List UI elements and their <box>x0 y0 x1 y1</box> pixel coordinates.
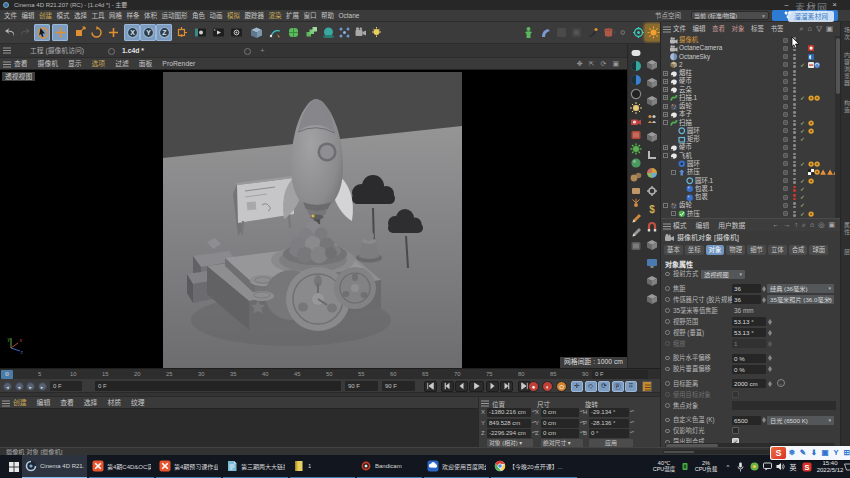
tab-基本[interactable]: 基本 <box>664 245 683 255</box>
stepper-icon[interactable] <box>762 284 766 293</box>
stepper-icon[interactable] <box>768 339 772 348</box>
strip-mode-cube[interactable] <box>645 58 659 72</box>
menu-运动图形[interactable]: 运动图形 <box>162 10 188 22</box>
back-icon[interactable]: ← <box>773 220 780 230</box>
collapse-icon[interactable]: - <box>663 203 668 208</box>
attribute-number-field[interactable]: 6500 <box>732 416 761 425</box>
filter-icon[interactable]: ▽ <box>816 24 822 34</box>
visibility-dots[interactable] <box>793 120 796 127</box>
enabled-check[interactable]: ✓ <box>800 135 805 143</box>
strip-mode-screen-blue[interactable] <box>645 256 659 270</box>
visibility-dots[interactable] <box>793 70 796 77</box>
toolbar-move[interactable] <box>52 24 68 41</box>
minimize-button[interactable]: – <box>782 0 791 9</box>
menu-模式[interactable]: 模式 <box>57 10 70 22</box>
material-menu-纹理[interactable]: 纹理 <box>131 397 145 408</box>
animation-dot-icon[interactable] <box>665 341 670 346</box>
tab-球面[interactable]: 球面 <box>809 245 828 255</box>
tab-立体[interactable]: 立体 <box>768 245 787 255</box>
stepper-icon[interactable] <box>762 416 766 425</box>
visibility-dots[interactable] <box>793 54 796 61</box>
strip-mode-magnet[interactable] <box>645 220 659 234</box>
taskbar-button-Bandicam[interactable]: Bandicam <box>357 455 422 478</box>
attribute-checkbox[interactable] <box>732 427 739 434</box>
coords-apply-button[interactable]: 应用 <box>589 439 633 447</box>
strip-octane-render-target[interactable] <box>629 129 642 142</box>
transport-range-end[interactable]: 90 F <box>382 381 415 391</box>
strip-octane-area-light[interactable] <box>629 184 642 197</box>
animation-dot-icon[interactable] <box>665 272 670 277</box>
sogou-download-icon[interactable]: ⬇ <box>809 448 819 458</box>
coords-field-rot-H[interactable]: -29.134 ° <box>589 408 629 417</box>
attribute-checkbox[interactable] <box>732 391 739 398</box>
attribute-number-field[interactable]: 36 <box>732 284 761 293</box>
phong-tag[interactable] <box>808 211 814 217</box>
toolbar-primitive-cube[interactable] <box>248 24 264 41</box>
enabled-check[interactable]: ✓ <box>800 94 805 102</box>
layer-checkbox[interactable] <box>783 120 788 125</box>
coords-field-pos-Z[interactable]: -2296.294 cm <box>487 429 531 438</box>
stepper-icon[interactable]: ▴▾ <box>630 420 633 427</box>
burger-icon[interactable] <box>3 61 11 68</box>
layer-checkbox[interactable] <box>783 71 788 76</box>
transport-autokeying[interactable]: ◐ <box>542 381 553 392</box>
toolbar-live-selection[interactable] <box>34 24 50 41</box>
object-row-OctaneCamera[interactable]: OctaneCamera <box>661 44 842 52</box>
toolbar-octane-plugin[interactable] <box>630 24 646 41</box>
object-row-硬币[interactable]: +硬币 <box>661 143 842 151</box>
enabled-check[interactable]: ✓ <box>800 119 805 127</box>
object-row-扫描.1[interactable]: +扫描.1✓ <box>661 94 842 102</box>
transport-keyframe-selection[interactable]: O <box>556 381 567 392</box>
taskbar-button-第三期两大大链接 ...[interactable]: 第三期两大大链接 ... <box>223 455 288 478</box>
expand-icon[interactable]: + <box>663 104 668 109</box>
tab-细节[interactable]: 细节 <box>747 245 766 255</box>
object-row-圆环[interactable]: 圆环✓ <box>661 160 842 168</box>
toolbar-octane-sun[interactable] <box>645 24 661 41</box>
transport-goto-start[interactable] <box>424 381 437 392</box>
attribute-link-field[interactable] <box>732 401 836 410</box>
taskbar-button-欢迎使用百度网盘[interactable]: 欢迎使用百度网盘 <box>424 455 489 478</box>
collapse-icon[interactable]: - <box>671 170 676 175</box>
transport-timeline-options[interactable] <box>642 381 652 392</box>
viewport-menu-查看[interactable]: 查看 <box>14 58 28 70</box>
up-icon[interactable]: ↑ <box>795 220 799 230</box>
attribute-select[interactable]: 日光 (6500 K)▼ <box>767 416 834 425</box>
transport-prev-key[interactable] <box>441 381 454 392</box>
stepper-icon[interactable]: ▴▾ <box>630 409 633 416</box>
transport-goto-end-mini[interactable]: ▸ <box>38 382 47 391</box>
sogou-logo[interactable]: S <box>771 447 786 459</box>
toolbar-rotate[interactable] <box>88 24 104 41</box>
stepper-icon[interactable] <box>762 295 766 304</box>
material-menu-选择[interactable]: 选择 <box>84 397 98 408</box>
transport-key-position[interactable]: ✛ <box>571 381 583 392</box>
strip-mode-cube-stack[interactable] <box>645 130 659 144</box>
strip-mode-cube-plain[interactable] <box>645 238 659 252</box>
toolbar-coord-system[interactable] <box>173 24 189 41</box>
strip-mode-workplane[interactable] <box>645 148 659 162</box>
enabled-check[interactable]: ✓ <box>800 127 805 135</box>
toolbar-render-picture-viewer[interactable] <box>210 24 226 41</box>
toolbar-spline-pen[interactable] <box>267 24 283 41</box>
coords-field-size-Z[interactable]: 0 cm <box>541 429 579 438</box>
layer-checkbox[interactable] <box>783 46 788 51</box>
menu-选择[interactable]: 选择 <box>74 10 87 22</box>
dock-tab-内容浏览器[interactable]: 内容浏览器 <box>843 52 850 87</box>
layer-checkbox[interactable] <box>783 87 788 92</box>
visibility-dots[interactable] <box>793 136 796 143</box>
object-row-齿轮[interactable]: -齿轮✓ <box>661 201 842 209</box>
layer-checkbox[interactable] <box>783 211 788 216</box>
layer-checkbox[interactable] <box>783 54 788 59</box>
object-row-包裹.1[interactable]: 包裹.1✓ <box>661 185 842 193</box>
visibility-dots[interactable] <box>793 78 796 85</box>
panel-icon[interactable]: ▣ <box>828 220 835 230</box>
layer-checkbox[interactable] <box>783 112 788 117</box>
toolbar-xpresso[interactable] <box>584 24 600 41</box>
viewport-menu-过滤[interactable]: 过滤 <box>115 58 129 70</box>
object-row-扫描[interactable]: -扫描✓ <box>661 119 842 127</box>
layer-checkbox[interactable] <box>783 38 788 43</box>
collapse-icon[interactable]: - <box>663 153 668 158</box>
viewport-menu-ProRender[interactable]: ProRender <box>162 58 195 70</box>
search-icon[interactable]: ⌕ <box>802 220 806 230</box>
toolbar-render-view[interactable] <box>192 24 208 41</box>
menu-模拟[interactable]: 模拟 <box>227 10 240 22</box>
